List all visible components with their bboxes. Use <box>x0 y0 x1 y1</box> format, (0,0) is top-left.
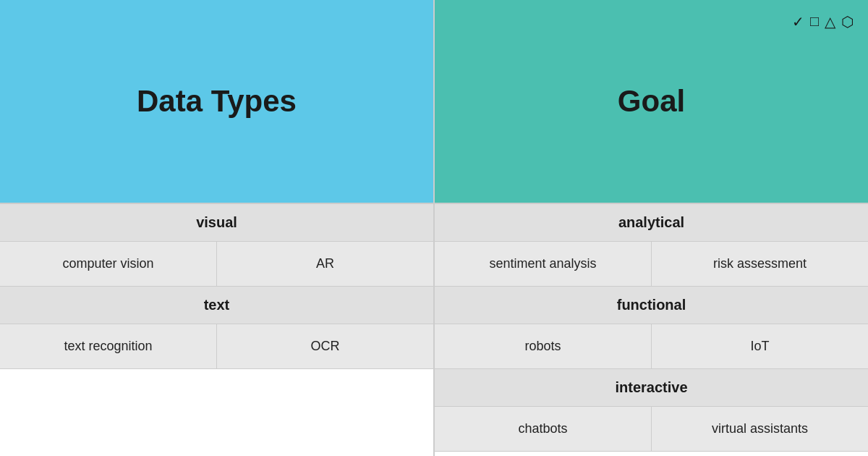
left-visual-items-row: computer vision AR <box>0 242 433 287</box>
right-item-iot: IoT <box>652 324 868 368</box>
left-item-ocr: OCR <box>217 324 433 368</box>
main-container: Data Types visual computer vision AR tex… <box>0 0 868 456</box>
left-header-title: Data Types <box>137 84 297 119</box>
right-item-chatbots: chatbots <box>435 407 652 451</box>
header-icons: ✓ □ △ ⬡ <box>792 13 854 30</box>
right-item-risk-assessment: risk assessment <box>652 242 868 286</box>
left-item-computer-vision: computer vision <box>0 242 217 286</box>
right-category-analytical-label: analytical <box>618 214 684 231</box>
left-text-items-row: text recognition OCR <box>0 324 433 369</box>
right-functional-items-row: robots IoT <box>435 324 868 369</box>
right-category-interactive-label: interactive <box>615 379 687 396</box>
left-header: Data Types <box>0 0 433 203</box>
left-category-visual-label: visual <box>196 214 237 231</box>
left-category-text-row: text <box>0 287 433 324</box>
right-panel: Goal ✓ □ △ ⬡ analytical sentiment analys… <box>435 0 868 456</box>
left-content-area: visual computer vision AR text text reco… <box>0 203 433 456</box>
right-header-title: Goal <box>618 84 685 119</box>
right-category-interactive-row: interactive <box>435 369 868 407</box>
left-panel: Data Types visual computer vision AR tex… <box>0 0 433 456</box>
right-category-analytical-row: analytical <box>435 204 868 242</box>
right-interactive-items-row: chatbots virtual assistants <box>435 407 868 452</box>
square-icon: □ <box>810 13 819 30</box>
right-analytical-items-row: sentiment analysis risk assessment <box>435 242 868 287</box>
right-item-robots: robots <box>435 324 652 368</box>
left-item-ar: AR <box>217 242 433 286</box>
right-category-functional-label: functional <box>617 297 686 313</box>
left-item-text-recognition: text recognition <box>0 324 217 368</box>
check-icon: ✓ <box>792 13 804 30</box>
left-category-text-label: text <box>204 297 230 313</box>
cube-icon: ⬡ <box>841 13 854 30</box>
right-item-sentiment-analysis: sentiment analysis <box>435 242 652 286</box>
right-category-functional-row: functional <box>435 287 868 324</box>
triangle-icon: △ <box>825 13 835 30</box>
left-category-visual-row: visual <box>0 204 433 242</box>
right-item-virtual-assistants: virtual assistants <box>652 407 868 451</box>
right-content-area: analytical sentiment analysis risk asses… <box>435 203 868 456</box>
right-header: Goal ✓ □ △ ⬡ <box>435 0 868 203</box>
